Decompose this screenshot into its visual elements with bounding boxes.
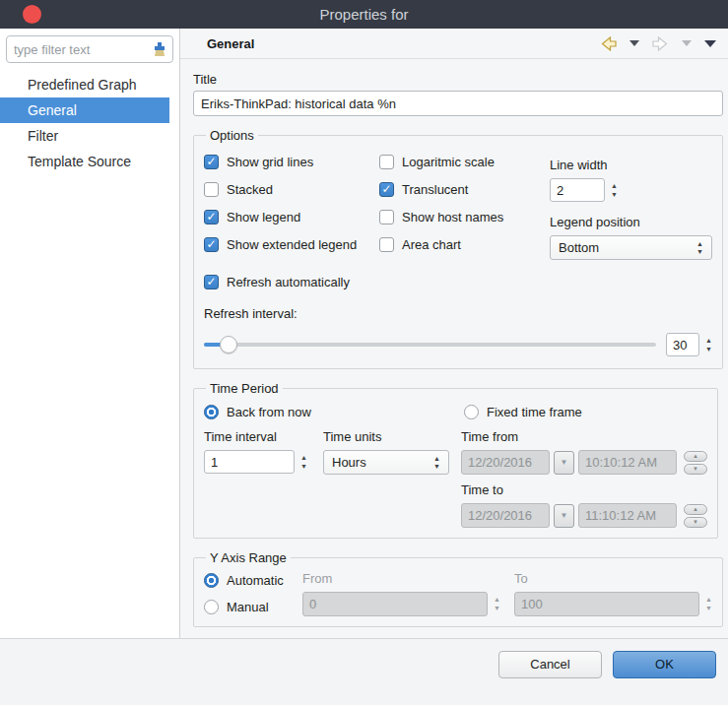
select-arrows-icon: ▲▼ (696, 241, 703, 255)
radio-fixed-time-frame[interactable]: Fixed time frame (464, 402, 582, 421)
sidebar-item-template-source[interactable]: Template Source (0, 149, 169, 174)
checkbox-area-chart[interactable]: Area chart (379, 233, 550, 255)
title-label: Title (193, 72, 723, 87)
time-units-select[interactable]: Hours ▲▼ (323, 450, 449, 475)
title-input[interactable] (193, 91, 723, 116)
options-legend: Options (206, 128, 258, 143)
line-width-label: Line width (550, 151, 712, 172)
legend-position-value: Bottom (559, 240, 599, 255)
time-to-label: Time to (461, 482, 707, 500)
checkbox-icon[interactable]: ✓ (204, 237, 219, 252)
time-period-legend: Time Period (206, 381, 283, 396)
filter-box[interactable] (6, 35, 173, 63)
checkbox-label: Stacked (227, 182, 273, 197)
radio-icon[interactable] (464, 405, 479, 419)
time-from-calendar-dropdown-icon: ▼ (554, 451, 574, 475)
time-units-label: Time units (323, 429, 449, 447)
spin-down-icon: ▼ (705, 347, 712, 352)
radio-icon[interactable] (204, 405, 219, 419)
main-panel: General Title Options (180, 29, 728, 638)
properties-dialog: Properties for Predefined Graph General … (0, 0, 728, 705)
sidebar-item-general[interactable]: General (0, 97, 169, 123)
time-interval-spinner[interactable]: ▲▼ (204, 450, 314, 474)
forward-arrow-icon (652, 36, 669, 51)
general-page: Title Options ✓ Show grid lines Stacked (180, 72, 728, 665)
checkbox-icon[interactable] (204, 182, 219, 197)
time-to-stepper: ▲ ▼ (684, 504, 707, 528)
dialog-footer: Cancel OK (0, 638, 728, 705)
time-to-calendar-dropdown-icon: ▼ (554, 504, 574, 528)
refresh-interval-input[interactable] (666, 333, 699, 356)
ok-button[interactable]: OK (613, 651, 716, 678)
checkbox-icon[interactable]: ✓ (379, 182, 394, 197)
back-arrow-icon[interactable] (600, 36, 617, 51)
spinner-arrows[interactable]: ▲▼ (300, 455, 307, 470)
legend-position-select[interactable]: Bottom ▲▼ (550, 235, 712, 260)
refresh-interval-spinner[interactable]: ▲▼ (666, 333, 712, 356)
slider-handle[interactable] (220, 336, 237, 353)
legend-position-label: Legend position (550, 208, 712, 229)
back-history-dropdown-icon[interactable] (629, 40, 639, 46)
sidebar-item-filter[interactable]: Filter (0, 123, 169, 149)
checkbox-show-legend[interactable]: ✓ Show legend (204, 206, 379, 227)
y-to-label: To (514, 571, 712, 589)
refresh-interval-label: Refresh interval: (204, 306, 712, 321)
spinner-arrows[interactable]: ▲▼ (611, 183, 618, 198)
spin-up-icon: ▲ (684, 504, 707, 515)
radio-label: Fixed time frame (487, 405, 582, 419)
spin-up-icon: ▲ (705, 338, 712, 344)
checkbox-label: Refresh automatically (227, 275, 350, 289)
spin-up-icon: ▲ (684, 451, 707, 462)
checkbox-label: Logaritmic scale (402, 155, 495, 169)
window-title: Properties for (319, 6, 408, 23)
radio-label: Back from now (227, 405, 311, 419)
forward-history-dropdown-icon (682, 40, 692, 46)
spinner-arrows[interactable]: ▲▼ (705, 338, 712, 352)
checkbox-label: Translucent (402, 182, 468, 197)
checkbox-logaritmic-scale[interactable]: Logaritmic scale (379, 151, 550, 172)
spin-up-icon: ▲ (611, 183, 618, 189)
time-interval-input[interactable] (204, 450, 295, 474)
checkbox-show-host-names[interactable]: Show host names (379, 206, 550, 227)
clear-filter-icon[interactable] (152, 41, 167, 57)
time-interval-label: Time interval (204, 429, 314, 447)
y-to-field: 100 (514, 592, 699, 616)
refresh-interval-slider[interactable] (204, 336, 656, 353)
cancel-button[interactable]: Cancel (498, 651, 602, 678)
checkbox-refresh-automatically[interactable]: ✓ Refresh automatically (204, 271, 712, 292)
close-button-icon[interactable] (23, 5, 41, 24)
line-width-spinner[interactable]: ▲▼ (550, 178, 712, 202)
time-to-date-field: 12/20/2016 (461, 503, 550, 528)
slider-track[interactable] (204, 343, 656, 347)
checkbox-icon[interactable]: ✓ (204, 275, 219, 289)
checkbox-translucent[interactable]: ✓ Translucent (379, 178, 550, 200)
checkbox-icon[interactable] (379, 237, 394, 252)
checkbox-icon[interactable]: ✓ (204, 210, 219, 224)
filter-input[interactable] (14, 42, 152, 57)
line-width-input[interactable] (550, 178, 605, 202)
time-from-label: Time from (461, 429, 707, 447)
radio-label: Manual (227, 600, 269, 614)
spin-down-icon: ▼ (611, 192, 618, 198)
view-menu-icon[interactable] (704, 40, 716, 47)
sidebar-nav: Predefined Graph General Filter Template… (0, 72, 179, 174)
checkbox-icon[interactable]: ✓ (204, 155, 219, 169)
spin-down-icon: ▼ (684, 517, 707, 528)
sidebar-item-predefined-graph[interactable]: Predefined Graph (0, 72, 169, 97)
radio-back-from-now[interactable]: Back from now (204, 402, 464, 421)
radio-icon[interactable] (204, 573, 219, 588)
radio-automatic[interactable]: Automatic (204, 573, 302, 588)
spin-up-icon: ▲ (494, 597, 500, 603)
radio-manual[interactable]: Manual (204, 600, 302, 614)
y-axis-range-legend: Y Axis Range (206, 550, 291, 565)
checkbox-show-extended-legend[interactable]: ✓ Show extended legend (204, 233, 379, 255)
checkbox-stacked[interactable]: Stacked (204, 178, 379, 200)
checkbox-icon[interactable] (379, 210, 394, 224)
radio-icon[interactable] (204, 600, 219, 614)
time-from-stepper: ▲ ▼ (684, 451, 707, 475)
checkbox-icon[interactable] (379, 155, 394, 169)
time-units-value: Hours (332, 455, 366, 470)
spin-down-icon: ▼ (684, 464, 707, 475)
checkbox-show-grid-lines[interactable]: ✓ Show grid lines (204, 151, 379, 172)
checkbox-label: Area chart (402, 237, 461, 252)
